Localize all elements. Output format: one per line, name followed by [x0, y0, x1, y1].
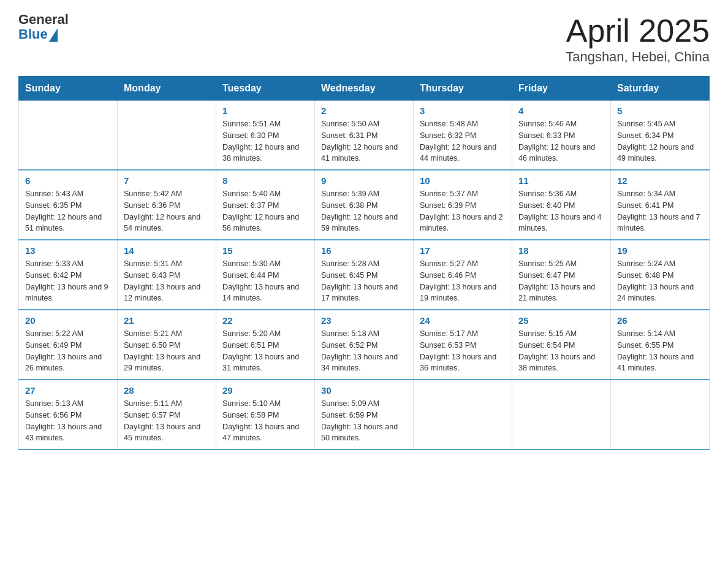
day-detail: Sunrise: 5:14 AMSunset: 6:55 PMDaylight:…: [617, 328, 703, 374]
day-number: 8: [222, 175, 308, 186]
day-number: 6: [25, 175, 111, 186]
logo-blue: Blue: [18, 27, 48, 42]
calendar-cell: [611, 380, 710, 450]
day-detail: Sunrise: 5:40 AMSunset: 6:37 PMDaylight:…: [222, 188, 308, 234]
day-detail: Sunrise: 5:18 AMSunset: 6:52 PMDaylight:…: [321, 328, 407, 374]
logo-general: General: [18, 12, 69, 27]
calendar-cell: 12Sunrise: 5:34 AMSunset: 6:41 PMDayligh…: [611, 170, 710, 240]
day-number: 30: [321, 385, 407, 396]
page-subtitle: Tangshan, Hebei, China: [566, 49, 710, 65]
day-number: 13: [25, 245, 111, 256]
day-number: 15: [222, 245, 308, 256]
calendar-cell: 22Sunrise: 5:20 AMSunset: 6:51 PMDayligh…: [216, 310, 315, 380]
day-detail: Sunrise: 5:34 AMSunset: 6:41 PMDaylight:…: [617, 188, 703, 234]
day-detail: Sunrise: 5:10 AMSunset: 6:58 PMDaylight:…: [222, 398, 308, 444]
day-number: 20: [25, 315, 111, 326]
day-detail: Sunrise: 5:22 AMSunset: 6:49 PMDaylight:…: [25, 328, 111, 374]
day-detail: Sunrise: 5:21 AMSunset: 6:50 PMDaylight:…: [124, 328, 210, 374]
calendar-cell: 20Sunrise: 5:22 AMSunset: 6:49 PMDayligh…: [19, 310, 118, 380]
calendar-cell: 14Sunrise: 5:31 AMSunset: 6:43 PMDayligh…: [118, 240, 216, 310]
calendar-cell: 18Sunrise: 5:25 AMSunset: 6:47 PMDayligh…: [512, 240, 611, 310]
calendar-cell: 10Sunrise: 5:37 AMSunset: 6:39 PMDayligh…: [414, 170, 512, 240]
day-number: 18: [518, 245, 604, 256]
day-number: 22: [222, 315, 308, 326]
weekday-header-friday: Friday: [512, 77, 611, 101]
day-number: 14: [124, 245, 210, 256]
day-detail: Sunrise: 5:51 AMSunset: 6:30 PMDaylight:…: [222, 118, 308, 164]
calendar-cell: 27Sunrise: 5:13 AMSunset: 6:56 PMDayligh…: [19, 380, 118, 450]
calendar-cell: 11Sunrise: 5:36 AMSunset: 6:40 PMDayligh…: [512, 170, 611, 240]
page-header: General Blue April 2025 Tangshan, Hebei,…: [18, 12, 710, 65]
weekday-header-sunday: Sunday: [19, 77, 118, 101]
day-detail: Sunrise: 5:45 AMSunset: 6:34 PMDaylight:…: [617, 118, 703, 164]
day-detail: Sunrise: 5:25 AMSunset: 6:47 PMDaylight:…: [518, 258, 604, 304]
day-detail: Sunrise: 5:43 AMSunset: 6:35 PMDaylight:…: [25, 188, 111, 234]
day-number: 29: [222, 385, 308, 396]
day-detail: Sunrise: 5:48 AMSunset: 6:32 PMDaylight:…: [420, 118, 506, 164]
calendar-cell: 29Sunrise: 5:10 AMSunset: 6:58 PMDayligh…: [216, 380, 315, 450]
day-detail: Sunrise: 5:09 AMSunset: 6:59 PMDaylight:…: [321, 398, 407, 444]
calendar-cell: [414, 380, 512, 450]
day-detail: Sunrise: 5:15 AMSunset: 6:54 PMDaylight:…: [518, 328, 604, 374]
day-number: 26: [617, 315, 703, 326]
calendar-cell: 9Sunrise: 5:39 AMSunset: 6:38 PMDaylight…: [315, 170, 414, 240]
day-number: 28: [124, 385, 210, 396]
day-number: 24: [420, 315, 506, 326]
calendar-table: SundayMondayTuesdayWednesdayThursdayFrid…: [18, 76, 710, 450]
day-number: 1: [222, 105, 308, 116]
calendar-cell: 28Sunrise: 5:11 AMSunset: 6:57 PMDayligh…: [118, 380, 216, 450]
weekday-header-wednesday: Wednesday: [315, 77, 414, 101]
day-number: 9: [321, 175, 407, 186]
calendar-cell: 6Sunrise: 5:43 AMSunset: 6:35 PMDaylight…: [19, 170, 118, 240]
calendar-cell: 24Sunrise: 5:17 AMSunset: 6:53 PMDayligh…: [414, 310, 512, 380]
day-number: 3: [420, 105, 506, 116]
calendar-cell: 17Sunrise: 5:27 AMSunset: 6:46 PMDayligh…: [414, 240, 512, 310]
day-detail: Sunrise: 5:39 AMSunset: 6:38 PMDaylight:…: [321, 188, 407, 234]
day-number: 27: [25, 385, 111, 396]
day-number: 23: [321, 315, 407, 326]
calendar-body: 1Sunrise: 5:51 AMSunset: 6:30 PMDaylight…: [19, 101, 710, 450]
calendar-week-5: 27Sunrise: 5:13 AMSunset: 6:56 PMDayligh…: [19, 380, 710, 450]
day-detail: Sunrise: 5:42 AMSunset: 6:36 PMDaylight:…: [124, 188, 210, 234]
day-number: 21: [124, 315, 210, 326]
calendar-cell: 3Sunrise: 5:48 AMSunset: 6:32 PMDaylight…: [414, 101, 512, 170]
calendar-cell: 16Sunrise: 5:28 AMSunset: 6:45 PMDayligh…: [315, 240, 414, 310]
calendar-cell: 7Sunrise: 5:42 AMSunset: 6:36 PMDaylight…: [118, 170, 216, 240]
day-number: 2: [321, 105, 407, 116]
title-block: April 2025 Tangshan, Hebei, China: [566, 12, 710, 65]
day-detail: Sunrise: 5:24 AMSunset: 6:48 PMDaylight:…: [617, 258, 703, 304]
day-number: 5: [617, 105, 703, 116]
day-number: 12: [617, 175, 703, 186]
calendar-cell: 1Sunrise: 5:51 AMSunset: 6:30 PMDaylight…: [216, 101, 315, 170]
calendar-cell: 26Sunrise: 5:14 AMSunset: 6:55 PMDayligh…: [611, 310, 710, 380]
calendar-cell: 25Sunrise: 5:15 AMSunset: 6:54 PMDayligh…: [512, 310, 611, 380]
logo-triangle-icon: [49, 28, 58, 42]
weekday-header-thursday: Thursday: [414, 77, 512, 101]
day-detail: Sunrise: 5:28 AMSunset: 6:45 PMDaylight:…: [321, 258, 407, 304]
calendar-week-1: 1Sunrise: 5:51 AMSunset: 6:30 PMDaylight…: [19, 101, 710, 170]
calendar-cell: 15Sunrise: 5:30 AMSunset: 6:44 PMDayligh…: [216, 240, 315, 310]
calendar-cell: [512, 380, 611, 450]
logo: General Blue: [18, 12, 69, 42]
day-number: 4: [518, 105, 604, 116]
day-detail: Sunrise: 5:20 AMSunset: 6:51 PMDaylight:…: [222, 328, 308, 374]
calendar-header: SundayMondayTuesdayWednesdayThursdayFrid…: [19, 77, 710, 101]
calendar-cell: [19, 101, 118, 170]
calendar-cell: 2Sunrise: 5:50 AMSunset: 6:31 PMDaylight…: [315, 101, 414, 170]
day-detail: Sunrise: 5:36 AMSunset: 6:40 PMDaylight:…: [518, 188, 604, 234]
day-number: 17: [420, 245, 506, 256]
calendar-week-4: 20Sunrise: 5:22 AMSunset: 6:49 PMDayligh…: [19, 310, 710, 380]
day-detail: Sunrise: 5:31 AMSunset: 6:43 PMDaylight:…: [124, 258, 210, 304]
weekday-header-monday: Monday: [118, 77, 216, 101]
calendar-cell: 4Sunrise: 5:46 AMSunset: 6:33 PMDaylight…: [512, 101, 611, 170]
calendar-cell: 5Sunrise: 5:45 AMSunset: 6:34 PMDaylight…: [611, 101, 710, 170]
weekday-header-row: SundayMondayTuesdayWednesdayThursdayFrid…: [19, 77, 710, 101]
calendar-cell: 13Sunrise: 5:33 AMSunset: 6:42 PMDayligh…: [19, 240, 118, 310]
day-detail: Sunrise: 5:50 AMSunset: 6:31 PMDaylight:…: [321, 118, 407, 164]
calendar-cell: 23Sunrise: 5:18 AMSunset: 6:52 PMDayligh…: [315, 310, 414, 380]
calendar-cell: 30Sunrise: 5:09 AMSunset: 6:59 PMDayligh…: [315, 380, 414, 450]
day-detail: Sunrise: 5:17 AMSunset: 6:53 PMDaylight:…: [420, 328, 506, 374]
day-number: 19: [617, 245, 703, 256]
logo-text: General Blue: [18, 12, 69, 42]
weekday-header-tuesday: Tuesday: [216, 77, 315, 101]
